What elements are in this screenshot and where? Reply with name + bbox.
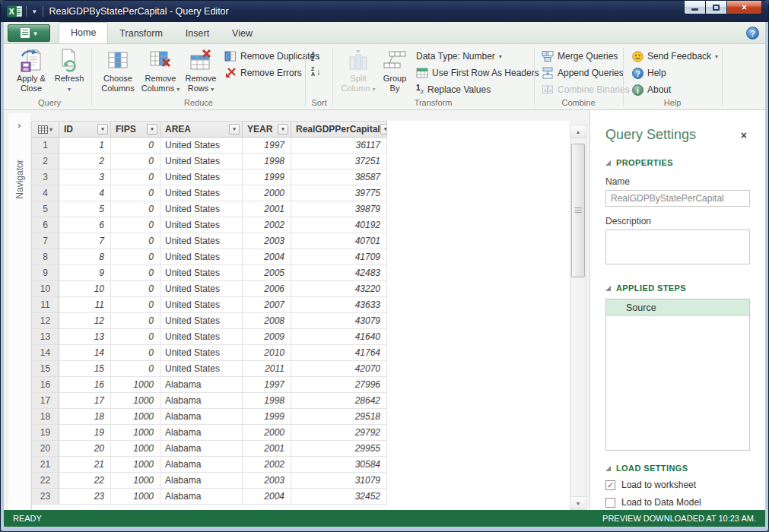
year-cell: 2005	[243, 265, 291, 281]
send-feedback-button[interactable]: Send Feedback ▾	[629, 48, 721, 65]
use-first-row-button[interactable]: Use First Row As Headers	[413, 65, 542, 81]
row-number-cell[interactable]: 3	[32, 169, 59, 185]
minimize-icon	[691, 8, 698, 11]
description-field[interactable]	[605, 230, 750, 264]
row-number-cell[interactable]: 7	[32, 233, 59, 249]
applied-step-item[interactable]: Source	[606, 299, 749, 316]
year-cell: 2000	[243, 425, 291, 441]
filter-dropdown-icon[interactable]: ▾	[229, 124, 240, 135]
row-number-cell[interactable]: 23	[32, 489, 59, 505]
scroll-up-icon[interactable]: ▲	[570, 125, 586, 138]
filter-dropdown-icon[interactable]: ▾	[380, 124, 387, 135]
row-number-cell[interactable]: 19	[32, 425, 59, 441]
tab-view[interactable]: View	[221, 24, 264, 43]
row-number-cell[interactable]: 14	[32, 345, 59, 361]
scroll-down-icon[interactable]: ▼	[570, 496, 586, 509]
row-number-cell[interactable]: 22	[32, 473, 59, 489]
row-number-cell[interactable]: 10	[32, 281, 59, 297]
remove-errors-button[interactable]: Remove Errors	[221, 65, 323, 81]
row-number-cell[interactable]: 17	[32, 393, 59, 409]
split-column-label: Split Column	[342, 74, 370, 93]
load-settings-section-header[interactable]: LOAD SETTINGS	[605, 464, 750, 473]
refresh-button[interactable]: Refresh ▾	[51, 46, 87, 94]
merge-queries-button[interactable]: Merge Queries	[539, 48, 633, 65]
group-by-button[interactable]: Group By	[378, 46, 412, 93]
row-number-cell[interactable]: 8	[32, 249, 59, 265]
maximize-button[interactable]	[706, 1, 727, 14]
quick-access-dropdown-icon[interactable]: ▾	[30, 8, 39, 15]
remove-rows-button[interactable]: Remove Rows ▾	[183, 46, 218, 94]
refresh-icon	[51, 46, 87, 74]
fips-cell: 1000	[111, 489, 160, 505]
navigator-expand-icon[interactable]: ›	[8, 119, 30, 131]
panel-close-icon[interactable]: ×	[738, 128, 750, 143]
load-to-data-model-option[interactable]: Load to Data Model	[605, 497, 750, 508]
minimize-button[interactable]	[684, 1, 706, 14]
row-number-cell[interactable]: 13	[32, 329, 59, 345]
sort-descending-button[interactable]: ZA ↓	[309, 64, 323, 79]
table-row: 12 12 0 United States 2008 43079	[32, 313, 570, 329]
row-number-cell[interactable]: 18	[32, 409, 59, 425]
row-number-cell[interactable]: 16	[32, 377, 59, 393]
data-type-label: Data Type: Number	[416, 51, 495, 62]
properties-section-header[interactable]: PROPERTIES	[605, 158, 750, 167]
load-to-worksheet-option[interactable]: ✓ Load to worksheet	[605, 480, 750, 490]
select-all-header[interactable]: ▾	[32, 121, 59, 138]
remove-columns-button[interactable]: Remove Columns ▾	[139, 46, 182, 94]
file-menu-button[interactable]: ▾	[8, 24, 50, 42]
checkbox-unchecked-icon[interactable]	[605, 498, 615, 508]
year-cell: 2003	[243, 233, 291, 249]
replace-values-button[interactable]: 12 Replace Values	[413, 81, 542, 98]
filter-dropdown-icon[interactable]: ▾	[147, 124, 157, 135]
row-number-cell[interactable]: 21	[32, 457, 59, 473]
table-row: 7 7 0 United States 2003 40701	[32, 233, 570, 249]
row-number-cell[interactable]: 15	[32, 361, 59, 377]
column-header-area[interactable]: AREA ▾	[160, 121, 243, 138]
window-content: ▾ Home Transform Insert View ?	[4, 22, 765, 527]
table-row: 2 2 0 United States 1998 37251	[32, 154, 570, 169]
column-header-id[interactable]: ID ▾	[59, 121, 111, 138]
remove-duplicates-button[interactable]: Remove Duplicates	[221, 48, 323, 65]
help-circle-icon[interactable]: ?	[746, 27, 759, 40]
help-button[interactable]: ? Help	[629, 65, 721, 81]
data-type-button[interactable]: Data Type: Number ▾	[413, 48, 542, 65]
filter-dropdown-icon[interactable]: ▾	[278, 124, 288, 135]
choose-columns-button[interactable]: Choose Columns	[97, 46, 139, 93]
navigator-pane-collapsed[interactable]: › Navigator	[8, 113, 31, 510]
row-number-cell[interactable]: 1	[32, 138, 59, 154]
applied-steps-section-header[interactable]: APPLIED STEPS	[605, 283, 750, 293]
grid-vertical-scrollbar[interactable]: ▲ ▼	[570, 125, 586, 510]
append-queries-button[interactable]: Append Queries	[539, 65, 633, 81]
row-number-cell[interactable]: 20	[32, 441, 59, 457]
gdp-cell: 28642	[291, 393, 387, 409]
row-number-cell[interactable]: 2	[32, 154, 59, 169]
apply-close-button[interactable]: Apply & Close	[10, 46, 52, 93]
about-button[interactable]: i About	[629, 81, 721, 98]
row-number-cell[interactable]: 12	[32, 313, 59, 329]
name-field[interactable]	[605, 190, 750, 207]
area-cell: United States	[160, 217, 243, 233]
year-cell: 1999	[243, 169, 291, 185]
sort-ascending-button[interactable]: AZ ↓	[309, 49, 323, 64]
close-button[interactable]: ×	[727, 1, 762, 14]
row-number-cell[interactable]: 5	[32, 201, 59, 217]
checkbox-checked-icon[interactable]: ✓	[605, 480, 615, 490]
quick-access-toolbar: X ▾	[7, 5, 43, 17]
area-cell: Alabama	[160, 473, 243, 489]
tab-home[interactable]: Home	[59, 22, 108, 43]
row-number-cell[interactable]: 6	[32, 217, 59, 233]
column-header-realgdppercapital[interactable]: RealGDPPerCapital ▾	[291, 121, 387, 138]
about-icon: i	[632, 84, 643, 96]
filter-dropdown-icon[interactable]: ▾	[97, 124, 108, 135]
tab-insert[interactable]: Insert	[174, 24, 221, 43]
id-cell: 3	[59, 169, 111, 185]
table-row: 18 18 1000 Alabama 1999 29518	[32, 409, 570, 425]
row-number-cell[interactable]: 4	[32, 185, 59, 201]
scrollbar-thumb[interactable]	[571, 144, 585, 277]
column-header-fips[interactable]: FIPS ▾	[111, 121, 160, 138]
remove-duplicates-label: Remove Duplicates	[240, 51, 319, 62]
row-number-cell[interactable]: 9	[32, 265, 59, 281]
tab-transform[interactable]: Transform	[108, 24, 174, 43]
row-number-cell[interactable]: 11	[32, 297, 59, 313]
column-header-year[interactable]: YEAR ▾	[243, 121, 291, 138]
